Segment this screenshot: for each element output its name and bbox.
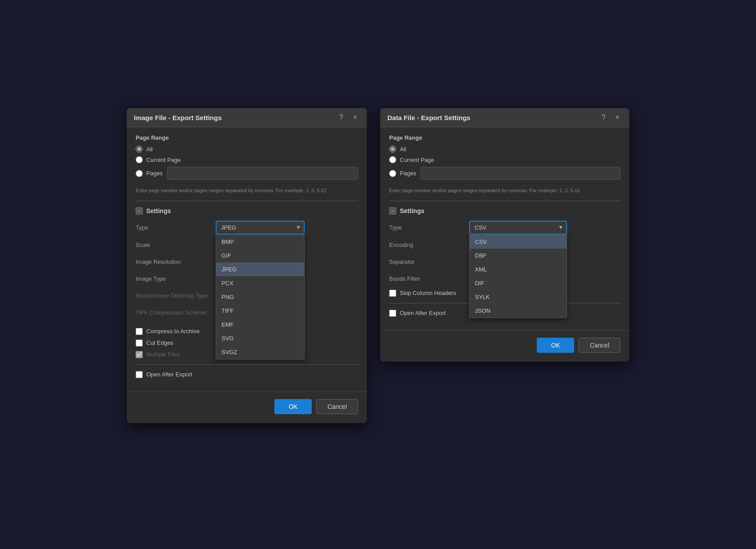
data-radio-all-input[interactable] (389, 145, 396, 153)
data-page-range-title: Page Range (389, 134, 620, 141)
image-cancel-button[interactable]: Cancel (316, 399, 358, 414)
data-dialog-title: Data File - Export Settings (387, 114, 470, 121)
image-titlebar-actions: ? × (337, 113, 360, 122)
image-settings-title: Settings (146, 207, 171, 214)
image-resolution-label: Image Resolution (136, 258, 216, 265)
data-radio-all: All (389, 145, 620, 153)
image-radio-pages-label: Pages (146, 170, 163, 177)
data-titlebar-actions: ? × (599, 113, 622, 122)
image-pages-hint: Enter page number and/or pages ranges se… (136, 187, 358, 194)
data-type-control: CSV DBF XML DIF SYLK JSON ▼ CSV DBF (469, 221, 620, 234)
data-help-button[interactable]: ? (599, 113, 608, 122)
data-pages-hint: Enter page number and/or pages ranges se… (389, 187, 620, 194)
image-multiple-files-label: Multiple Files (146, 351, 180, 358)
image-compress-label: Compress to Archive (146, 328, 200, 335)
data-bands-filter-label: Bands Filter (389, 275, 469, 282)
image-type-label: Type (136, 224, 216, 231)
data-type-option-csv[interactable]: CSV (470, 235, 567, 249)
image-type-option-gif[interactable]: GIF (216, 249, 304, 262)
image-type-option-tiff[interactable]: TIFF (216, 304, 304, 318)
data-radio-current: Current Page (389, 156, 620, 163)
image-dialog-titlebar: Image File - Export Settings ? × (127, 108, 367, 127)
data-type-select-wrapper: CSV DBF XML DIF SYLK JSON ▼ (469, 221, 567, 234)
data-close-button[interactable]: × (613, 113, 622, 122)
data-type-dropdown: CSV DBF XML DIF SYLK JSON (469, 234, 567, 318)
image-dialog-title: Image File - Export Settings (134, 114, 222, 121)
image-compress-checkbox[interactable] (136, 328, 143, 335)
data-encoding-label: Encoding (389, 242, 469, 248)
image-radio-all: All (136, 145, 358, 153)
data-skip-headers-checkbox[interactable] (389, 290, 396, 297)
image-dialog-footer: OK Cancel (127, 392, 367, 423)
data-type-option-dbf[interactable]: DBF (470, 249, 567, 262)
image-settings-header: − Settings (136, 207, 358, 214)
image-cut-edges-label: Cut Edges (146, 339, 173, 346)
image-tiff-label: TIFF Compression Scheme (136, 309, 216, 316)
image-pages-row: Pages (136, 167, 358, 180)
data-skip-headers-label: Skip Column Headers (400, 290, 456, 296)
data-type-row: Type CSV DBF XML DIF SYLK JSON ▼ (389, 221, 620, 234)
data-radio-current-input[interactable] (389, 156, 396, 163)
image-page-range-group: All Current Page Pages (136, 145, 358, 182)
data-type-option-json[interactable]: JSON (470, 304, 567, 318)
image-type-option-emf[interactable]: EMF (216, 318, 304, 331)
image-type-option-pcx[interactable]: PCX (216, 276, 304, 290)
data-radio-pages: Pages (389, 170, 416, 177)
image-open-after-row: Open After Export (136, 371, 358, 378)
image-radio-current-label: Current Page (146, 157, 181, 163)
data-export-dialog: Data File - Export Settings ? × Page Ran… (380, 108, 629, 362)
data-type-label: Type (389, 224, 469, 231)
data-type-option-sylk[interactable]: SYLK (470, 290, 567, 304)
image-close-button[interactable]: × (350, 113, 360, 122)
data-radio-pages-label: Pages (400, 170, 416, 177)
data-dialog-footer: OK Cancel (380, 330, 629, 362)
image-multiple-files-checkbox[interactable] (136, 351, 143, 358)
image-open-after-checkbox[interactable] (136, 371, 143, 378)
data-settings-header: − Settings (389, 207, 620, 214)
image-page-range-title: Page Range (136, 134, 358, 141)
data-settings-title: Settings (400, 207, 424, 214)
image-type-label2: Image Type (136, 275, 216, 282)
image-type-select[interactable]: BMP GIF JPEG PCX PNG TIFF EMF SVG SVGZ (216, 221, 305, 234)
image-type-option-svgz[interactable]: SVGZ (216, 345, 304, 359)
data-radio-all-label: All (400, 146, 406, 153)
image-type-option-svg[interactable]: SVG (216, 331, 304, 345)
data-settings-collapse[interactable]: − (389, 207, 396, 214)
image-type-dropdown: BMP GIF JPEG PCX PNG TIFF EMF SVG SVGZ (216, 234, 305, 359)
image-dialog-body: Page Range All Current Page Pages (127, 127, 367, 392)
image-monochrome-label: Monochrome Dithering Type (136, 292, 216, 299)
image-export-dialog: Image File - Export Settings ? × Page Ra… (127, 108, 367, 423)
data-radio-pages-input[interactable] (389, 170, 396, 177)
image-type-option-bmp[interactable]: BMP (216, 235, 304, 249)
data-radio-current-label: Current Page (400, 157, 434, 163)
image-radio-current: Current Page (136, 156, 358, 163)
image-open-after-label: Open After Export (146, 371, 192, 378)
data-type-option-xml[interactable]: XML (470, 262, 567, 276)
image-help-button[interactable]: ? (337, 113, 346, 122)
image-type-select-wrapper: BMP GIF JPEG PCX PNG TIFF EMF SVG SVGZ ▼ (216, 221, 305, 234)
image-cut-edges-checkbox[interactable] (136, 339, 143, 347)
image-type-row: Type BMP GIF JPEG PCX PNG TIFF EMF SVG S… (136, 221, 358, 234)
data-dialog-body: Page Range All Current Page Pages (380, 127, 629, 330)
data-type-select[interactable]: CSV DBF XML DIF SYLK JSON (469, 221, 567, 234)
data-open-after-checkbox[interactable] (389, 310, 396, 317)
image-radio-pages: Pages (136, 170, 163, 177)
data-open-after-label: Open After Export (400, 310, 446, 316)
data-ok-button[interactable]: OK (537, 338, 574, 353)
image-settings-collapse[interactable]: − (136, 207, 143, 214)
image-pages-input[interactable] (167, 167, 358, 180)
image-radio-current-input[interactable] (136, 156, 143, 163)
image-type-option-jpeg[interactable]: JPEG (216, 262, 304, 276)
image-radio-all-label: All (146, 146, 153, 153)
image-type-control: BMP GIF JPEG PCX PNG TIFF EMF SVG SVGZ ▼ (216, 221, 358, 234)
image-type-option-png[interactable]: PNG (216, 290, 304, 304)
data-cancel-button[interactable]: Cancel (579, 338, 620, 353)
image-radio-pages-input[interactable] (136, 170, 143, 177)
data-page-range-group: All Current Page Pages (389, 145, 620, 182)
data-pages-input[interactable] (421, 167, 620, 180)
data-type-option-dif[interactable]: DIF (470, 276, 567, 290)
image-radio-all-input[interactable] (136, 145, 143, 153)
data-separator-label: Separator (389, 258, 469, 265)
image-ok-button[interactable]: OK (274, 399, 312, 414)
data-pages-row: Pages (389, 167, 620, 180)
